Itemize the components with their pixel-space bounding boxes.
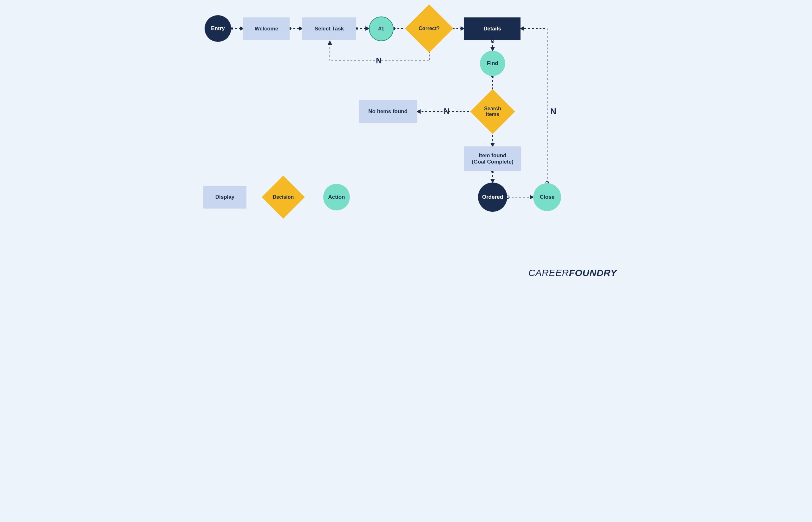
node-search-items-label: Search items [483, 106, 502, 118]
node-close: Close [533, 183, 561, 211]
node-welcome: Welcome [243, 17, 290, 40]
node-ref1-label: #1 [379, 26, 384, 32]
brand-part1: CAREER [528, 267, 569, 278]
legend-action-label: Action [328, 194, 345, 200]
edge-label-close-no: N [550, 106, 556, 116]
legend-decision-label: Decision [271, 194, 295, 200]
node-item-found-label: Item found (Goal Complete) [472, 153, 513, 165]
flowchart-canvas: Entry Welcome Select Task #1 Correct? De… [182, 0, 630, 285]
node-no-items-found: No items found [359, 100, 417, 123]
node-details: Details [464, 17, 521, 40]
edges-layer [182, 0, 630, 285]
brand-part2: FOUNDRY [569, 267, 617, 278]
node-welcome-label: Welcome [255, 26, 278, 32]
node-ordered-label: Ordered [482, 194, 503, 200]
legend-action: Action [323, 184, 350, 210]
node-search-items-decision: Search items [477, 96, 508, 127]
edge-label-correct-no: N [376, 56, 382, 66]
node-item-found: Item found (Goal Complete) [464, 146, 521, 171]
node-no-items-label: No items found [368, 108, 408, 115]
node-find: Find [480, 51, 505, 76]
edge-label-search-no: N [444, 106, 450, 116]
legend-display-label: Display [215, 194, 234, 200]
node-entry-label: Entry [211, 25, 225, 32]
brand-logo: CAREERFOUNDRY [528, 267, 617, 278]
node-find-label: Find [487, 60, 498, 66]
node-ref1: #1 [369, 17, 394, 41]
legend-decision: Decision [268, 182, 298, 212]
node-select-task-label: Select Task [315, 26, 344, 32]
node-correct-decision: Correct? [412, 12, 446, 46]
node-close-label: Close [540, 194, 555, 200]
legend-display: Display [203, 186, 247, 208]
node-correct-label: Correct? [418, 26, 441, 32]
node-select-task: Select Task [302, 17, 356, 40]
node-entry: Entry [205, 15, 231, 42]
node-details-label: Details [483, 26, 501, 32]
node-ordered: Ordered [478, 183, 507, 212]
